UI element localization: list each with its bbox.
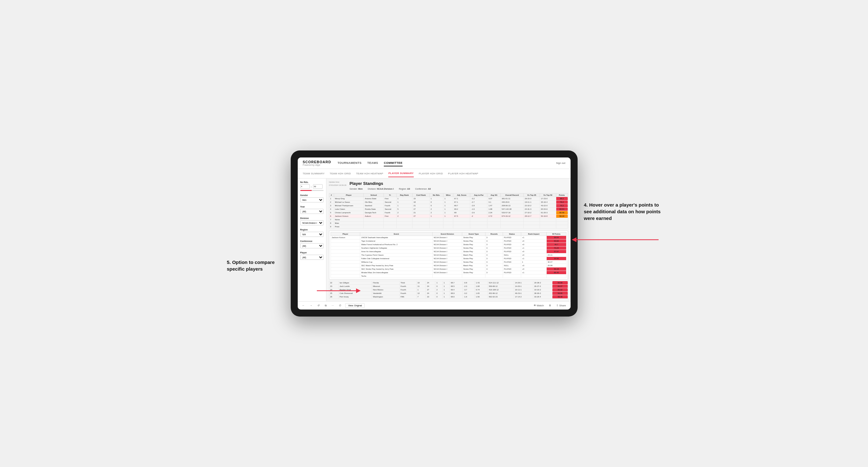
hover-table-cell: PLAYED: [503, 240, 521, 243]
hover-table-cell: Match Play: [462, 253, 486, 257]
table-cell: 2.72: [487, 215, 500, 218]
table-cell[interactable]: 59.95: [552, 292, 568, 295]
table-cell: 27: [426, 288, 435, 292]
hover-table-cell: Jackson Koioun: [331, 236, 360, 240]
hover-table-cell: PLAYED: [503, 236, 521, 240]
tab-team-h2h-heatmap[interactable]: TEAM H2H HEATMAP: [356, 170, 383, 177]
table-cell[interactable]: [556, 222, 568, 225]
hover-table-cell: NCAA Division I: [433, 257, 462, 260]
table-cell[interactable]: 58.18: [556, 215, 568, 218]
region-filter-label: Region: All: [399, 188, 410, 190]
table-cell[interactable]: 60.68: [552, 281, 568, 285]
filter-division-select[interactable]: NCAA Division I: [300, 220, 323, 225]
hover-table-cell: Techs: [360, 275, 433, 278]
table-cell: 5: [329, 211, 334, 215]
table-cell[interactable]: 68.54: [556, 208, 568, 211]
table-cell: 1: [443, 200, 453, 204]
hover-table-cell: [331, 250, 360, 253]
table-cell: [540, 225, 556, 228]
watch-btn[interactable]: 👁 Watch: [532, 304, 545, 308]
hover-table-cell: 66.40: [547, 271, 566, 275]
table-cell[interactable]: [556, 225, 568, 228]
tab-team-summary[interactable]: TEAM SUMMARY: [303, 170, 325, 177]
share-btn[interactable]: ⇧ Share: [555, 304, 567, 308]
table-cell: 1.68: [475, 285, 488, 288]
table-cell[interactable]: 70.2: [556, 204, 568, 208]
table-cell: 0: [430, 204, 443, 208]
table-row[interactable]: 8Mats: [329, 222, 568, 225]
filter-player-select[interactable]: (All): [300, 255, 323, 260]
table-cell[interactable]: 60.27: [552, 285, 568, 288]
download-btn[interactable]: ⬇: [548, 304, 552, 308]
table-row[interactable]: 9Prest: [329, 225, 568, 228]
table-cell[interactable]: 60.02: [552, 288, 568, 292]
hover-table-cell: 3: [485, 268, 503, 271]
forward-btn[interactable]: →: [309, 304, 314, 308]
refresh-btn[interactable]: ↺: [316, 304, 321, 308]
table-row[interactable]: 4Luke ClatonFlorida StateSecond5272168.2…: [329, 208, 568, 211]
table-cell: 1.65: [475, 292, 488, 295]
nav-teams[interactable]: TEAMS: [367, 160, 378, 166]
table-row[interactable]: 7Niche: [329, 218, 568, 222]
clock-btn[interactable]: ⏱: [338, 304, 343, 308]
hover-table-cell: [331, 240, 360, 243]
table-cell[interactable]: 88.2: [556, 197, 568, 200]
table-cell: 19-11-1: [524, 200, 540, 204]
table-cell: 1: [442, 281, 450, 285]
table-cell: -3.7: [463, 288, 475, 292]
filter-gender-select[interactable]: Men: [300, 197, 323, 203]
filter-region-select[interactable]: N/A: [300, 232, 323, 237]
view-original-btn[interactable]: View: Original: [345, 303, 365, 308]
tab-player-h2h-grid[interactable]: PLAYER H2H GRID: [419, 170, 443, 177]
table-cell: [364, 222, 384, 225]
tab-team-h2h-grid[interactable]: TEAM H2H GRID: [330, 170, 351, 177]
hover-table-cell: 56.18: [547, 268, 566, 271]
player-table: # Player School Yr Reg Rank Conf Rank No…: [329, 193, 568, 228]
hover-table-cell: NCAA Division I: [433, 250, 462, 253]
tab-player-h2h-heatmap[interactable]: PLAYER H2H HEATMAP: [448, 170, 478, 177]
table-cell: 1: [396, 197, 412, 200]
table-cell: Mats: [334, 222, 364, 225]
table-cell: 68: [453, 211, 470, 215]
hover-col-rank-impact: Rank Impact: [521, 232, 546, 236]
more-btn[interactable]: ···: [331, 304, 335, 308]
hover-col-points: W Points: [547, 232, 566, 236]
table-row[interactable]: 6Jackson KoiounAuburnFirst2271167.5-22.7…: [329, 215, 568, 218]
table-row[interactable]: 5Christo LamprechtGeorgia TechFourth2212…: [329, 211, 568, 215]
table-row[interactable]: 22Ian GilliganFloridaThird10241168.7-0.8…: [329, 281, 568, 285]
filter-conference-select[interactable]: (All): [300, 243, 323, 248]
hover-table-cell: [331, 260, 360, 264]
hover-table-cell: 40.7: [547, 243, 566, 246]
table-cell[interactable]: 58.49: [552, 295, 568, 299]
table-cell: 29-38-2: [533, 281, 552, 285]
tab-player-summary[interactable]: PLAYER SUMMARY: [388, 170, 413, 177]
back-btn[interactable]: ←: [301, 304, 306, 308]
table-cell: 14-20-1: [514, 285, 533, 288]
table-cell[interactable]: [556, 218, 568, 222]
table-row[interactable]: 2Michael La SassoOle MissSecond1180167.1…: [329, 200, 568, 204]
table-cell[interactable]: 76.2: [556, 200, 568, 204]
filter-no-rds-min[interactable]: [300, 184, 310, 189]
nav-tournaments[interactable]: TOURNAMENTS: [338, 160, 362, 166]
copy-btn[interactable]: ⧉: [323, 304, 328, 308]
table-cell: 440-26-6: [500, 200, 523, 204]
filter-no-rds-slider[interactable]: [300, 190, 323, 191]
filter-no-rds-max[interactable]: [313, 184, 322, 189]
hover-table-row: Williams CupNCAA Division IStroke Play3P…: [331, 260, 566, 264]
table-cell: First: [384, 197, 397, 200]
nav-committee[interactable]: COMMITTEE: [384, 160, 403, 166]
table-row[interactable]: 3Michael ThorbjornsenStanfordFourth12101…: [329, 204, 568, 208]
table-cell: 1: [416, 288, 426, 292]
hover-table-cell: [503, 275, 521, 278]
hover-table-cell: 3: [485, 236, 503, 240]
hover-table-cell: 3: [485, 257, 503, 260]
sign-out-link[interactable]: Sign out: [556, 162, 565, 164]
filter-year-select[interactable]: (All): [300, 209, 323, 214]
hover-table-cell: NCAA Division I: [433, 236, 462, 240]
table-cell: 10: [416, 281, 426, 285]
table-row[interactable]: 1Wenyi DingArizona StateFirst1151167.1-3…: [329, 197, 568, 200]
table-cell: 1: [329, 197, 334, 200]
table-cell[interactable]: 60.49: [556, 211, 568, 215]
table-cell: Fourth: [399, 285, 416, 288]
table-cell: 68.9: [450, 292, 463, 295]
